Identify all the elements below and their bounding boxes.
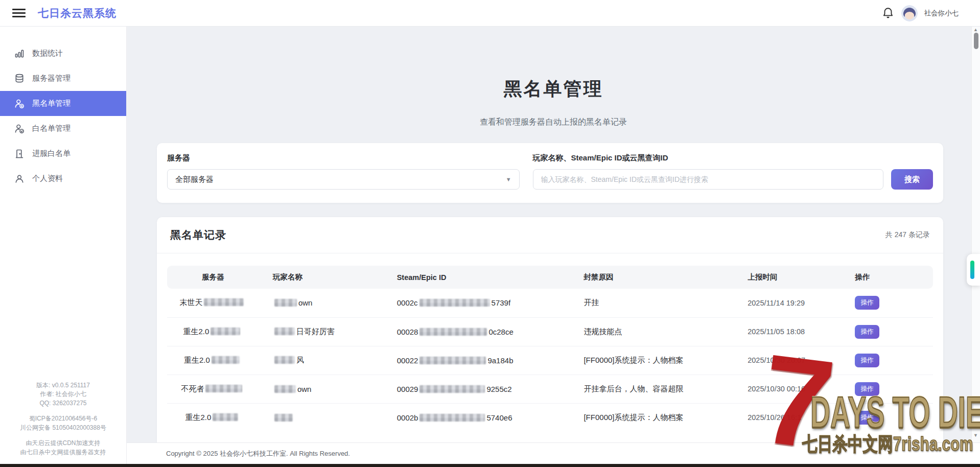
cell-server: 重生2.0 (167, 317, 259, 346)
bar-chart-icon (14, 49, 25, 59)
main-content: 黑名单管理 查看和管理服务器自动上报的黑名单记录 服务器 全部服务器 ▼ 玩家名… (127, 27, 980, 442)
cell-text: 重生2.0 (184, 356, 210, 364)
cell-report-time: 2025/10/30 20:07 (734, 346, 841, 375)
table-header-row: 服务器玩家名称Steam/Epic ID封禁原因上报时间操作 (167, 266, 933, 289)
sidebar-item-blacklist[interactable]: 黑名单管理 (0, 91, 126, 116)
user-icon (14, 174, 25, 184)
sidebar-footer-line: 由七日杀中文网提供服务器支持 (0, 448, 126, 457)
row-action-button[interactable]: 操作 (855, 382, 879, 396)
cell-text: 0c28ce (488, 328, 513, 336)
cell-player: own (259, 289, 383, 317)
redacted-blur (274, 356, 295, 364)
cell-text: 日哥好厉害 (296, 327, 335, 336)
redacted-blur (419, 299, 490, 307)
redacted-blur (211, 328, 240, 335)
row-action-button[interactable]: 操作 (855, 296, 879, 310)
cell-action: 操作 (841, 375, 933, 403)
sidebar-item-whitelist[interactable]: 白名单管理 (0, 116, 126, 141)
server-filter-group: 服务器 全部服务器 ▼ (167, 153, 520, 190)
server-select[interactable]: 全部服务器 ▼ (167, 169, 520, 190)
sidebar-footer-line: 由天启云提供CDN加速支持 (0, 439, 126, 448)
cell-text: 不死者 (181, 384, 204, 393)
cell-steam-id: 000229a184b (383, 346, 570, 375)
cell-text: 5740e6 (486, 413, 512, 422)
column-header: 上报时间 (734, 266, 841, 289)
scrollbar-track[interactable]: ▲ ▼ (971, 27, 980, 442)
row-action-button[interactable]: 操作 (855, 325, 879, 339)
cell-text: 9255c2 (486, 385, 511, 393)
app-title: 七日杀云黑系统 (38, 6, 116, 20)
search-input[interactable] (533, 169, 883, 190)
cell-report-time: 2025/10/30 00:16 (734, 375, 841, 403)
sidebar-nav: 数据统计服务器管理黑名单管理白名单管理进服白名单个人资料 (0, 27, 126, 191)
sidebar-item-label: 白名单管理 (32, 124, 71, 133)
top-navbar: 七日杀云黑系统 社会你小七 (0, 0, 980, 27)
redacted-blur (274, 299, 297, 307)
table-row: 重生2.00002b5740e6[FF0000]系统提示：人物档案2025/10… (167, 403, 933, 432)
column-header: 服务器 (167, 266, 259, 289)
column-header: 玩家名称 (259, 266, 383, 289)
cell-text: 重生2.0 (185, 413, 212, 422)
cell-player: 日哥好厉害 (259, 317, 383, 346)
scroll-up-arrow-icon[interactable]: ▲ (973, 27, 978, 32)
cell-text: 00028 (397, 328, 418, 336)
row-action-button[interactable]: 操作 (855, 411, 879, 425)
page-subtitle: 查看和管理服务器自动上报的黑名单记录 (127, 117, 980, 128)
cell-report-time: 2025/10/26 16:1 (734, 403, 841, 432)
cell-reason: 开挂 (570, 289, 734, 317)
blacklist-table: 服务器玩家名称Steam/Epic ID封禁原因上报时间操作 末世天own000… (167, 266, 933, 432)
redacted-blur (274, 414, 293, 422)
row-action-button[interactable]: 操作 (855, 354, 879, 367)
scrollbar-thumb[interactable] (974, 33, 978, 49)
floating-side-tab-pill (970, 261, 974, 279)
cell-server: 重生2.0 (167, 403, 259, 432)
redacted-blur (419, 328, 487, 336)
menu-toggle-icon[interactable] (12, 7, 26, 19)
table-row: 末世天own0002c5739f开挂2025/11/14 19:29操作 (167, 289, 933, 317)
sidebar-footer-line: 版本: v0.0.5 251117 (0, 381, 126, 390)
cell-text: 0002c (397, 298, 418, 307)
sidebar-footer-line: QQ: 3262037275 (0, 399, 126, 408)
cell-report-time: 2025/11/05 18:08 (734, 317, 841, 346)
floating-side-tab[interactable] (967, 254, 980, 286)
server-filter-label: 服务器 (167, 153, 520, 163)
door-icon (14, 149, 25, 159)
redacted-blur (419, 414, 485, 422)
cell-text: 5739f (492, 298, 511, 307)
sidebar-item-servers[interactable]: 服务器管理 (0, 66, 126, 91)
cell-player: own (259, 375, 383, 403)
scroll-down-arrow-icon[interactable]: ▼ (973, 433, 978, 438)
search-button[interactable]: 搜索 (891, 169, 933, 190)
table-row: 不死者own000299255c2开挂拿后台，人物、容器超限2025/10/30… (167, 375, 933, 403)
user-x-icon (14, 99, 25, 109)
table-row: 重生2.0风000229a184b[FF0000]系统提示：人物档案2025/1… (167, 346, 933, 375)
avatar[interactable] (901, 5, 918, 21)
chevron-down-icon: ▼ (506, 176, 511, 182)
search-filter-group: 玩家名称、Steam/Epic ID或云黑查询ID 搜索 (533, 153, 933, 190)
cell-player (259, 403, 383, 432)
sidebar-item-stats[interactable]: 数据统计 (0, 41, 126, 66)
blacklist-card: 黑名单记录 共 247 条记录 服务器玩家名称Steam/Epic ID封禁原因… (157, 217, 943, 442)
cell-server: 重生2.0 (167, 346, 259, 375)
notification-bell-icon[interactable] (881, 7, 895, 20)
redacted-blur (274, 385, 296, 393)
sidebar-footer-gap (0, 432, 126, 439)
sidebar-item-label: 数据统计 (32, 49, 63, 58)
sidebar-item-label: 进服白名单 (32, 149, 71, 158)
page-header: 黑名单管理 查看和管理服务器自动上报的黑名单记录 (127, 27, 980, 128)
redacted-blur (204, 298, 244, 306)
redacted-blur (274, 328, 295, 335)
cell-steam-id: 000280c28ce (383, 317, 570, 346)
sidebar-footer-line: 川公网安备 51050402000388号 (0, 424, 126, 433)
cell-steam-id: 0002b5740e6 (383, 403, 570, 432)
cell-steam-id: 000299255c2 (383, 375, 570, 403)
sidebar-footer-gap (0, 408, 126, 414)
cell-text: 00029 (397, 385, 418, 393)
sidebar-item-join-whitelist[interactable]: 进服白名单 (0, 141, 126, 166)
page-footer: Copyright © 2025 社会你小七科技工作室. All Rights … (127, 442, 980, 464)
cell-server: 不死者 (167, 375, 259, 403)
column-header: Steam/Epic ID (383, 266, 570, 289)
sidebar-item-profile[interactable]: 个人资料 (0, 166, 126, 191)
cell-text: 0002b (397, 413, 418, 422)
sidebar-item-label: 服务器管理 (32, 74, 71, 83)
